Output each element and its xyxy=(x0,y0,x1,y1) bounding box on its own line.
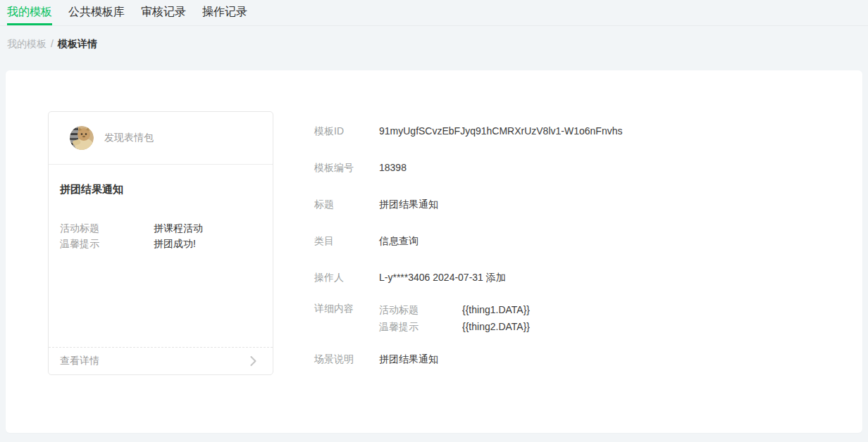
breadcrumb: 我的模板 / 模板详情 xyxy=(7,37,97,51)
breadcrumb-separator: / xyxy=(51,37,54,51)
preview-field-value: 拼团成功! xyxy=(154,236,196,251)
tab-public-template-library[interactable]: 公共模板库 xyxy=(68,0,125,25)
preview-message-title: 拼团结果通知 xyxy=(60,183,261,196)
detail-row-content: 详细内容 活动标题 {{thing1.DATA}} 温馨提示 {{thing2.… xyxy=(314,301,530,335)
detail-label: 标题 xyxy=(314,197,379,211)
detail-label: 场景说明 xyxy=(314,352,379,366)
detail-row-scene: 场景说明 拼团结果通知 xyxy=(314,352,438,366)
detail-content-items: 活动标题 {{thing1.DATA}} 温馨提示 {{thing2.DATA}… xyxy=(379,301,530,335)
detail-label: 模板ID xyxy=(314,124,379,138)
content-item-value: {{thing2.DATA}} xyxy=(462,318,530,335)
detail-row-template-number: 模板编号 18398 xyxy=(314,160,407,175)
account-name: 发现表情包 xyxy=(104,132,154,144)
tab-operation-records[interactable]: 操作记录 xyxy=(202,0,247,25)
detail-row-template-id: 模板ID 91myUgfSCvzEbFJyq91hCMRXrUzV8lv1-W1… xyxy=(314,124,622,138)
view-details-label: 查看详情 xyxy=(60,355,99,367)
detail-label: 操作人 xyxy=(314,270,379,284)
tab-review-records[interactable]: 审核记录 xyxy=(141,0,186,25)
breadcrumb-parent[interactable]: 我的模板 xyxy=(7,37,46,51)
cat-avatar-icon xyxy=(70,126,94,150)
preview-field-list: 活动标题 拼课程活动 温馨提示 拼团成功! xyxy=(60,220,261,251)
content-item-key: 活动标题 xyxy=(379,301,462,318)
breadcrumb-current: 模板详情 xyxy=(58,37,97,51)
top-tab-bar: 我的模板 公共模板库 审核记录 操作记录 xyxy=(0,0,868,26)
template-preview-card: 发现表情包 拼团结果通知 活动标题 拼课程活动 温馨提示 拼团成功! 查看详情 xyxy=(48,111,273,375)
preview-field-row: 温馨提示 拼团成功! xyxy=(60,236,261,251)
detail-value-category: 信息查询 xyxy=(379,234,418,248)
preview-card-header: 发现表情包 xyxy=(49,112,273,165)
detail-label: 详细内容 xyxy=(314,301,379,335)
content-item-value: {{thing1.DATA}} xyxy=(462,301,530,318)
view-details-link[interactable]: 查看详情 xyxy=(49,347,273,374)
template-detail-panel: 发现表情包 拼团结果通知 活动标题 拼课程活动 温馨提示 拼团成功! 查看详情 xyxy=(6,70,862,433)
preview-field-label: 活动标题 xyxy=(60,220,154,236)
preview-card-body: 拼团结果通知 活动标题 拼课程活动 温馨提示 拼团成功! xyxy=(49,165,273,347)
detail-row-title: 标题 拼团结果通知 xyxy=(314,197,438,211)
tab-my-templates[interactable]: 我的模板 xyxy=(7,0,52,25)
detail-value-operator: L-y****3406 2024-07-31 添加 xyxy=(379,270,506,284)
detail-label: 模板编号 xyxy=(314,160,379,175)
detail-value-scene: 拼团结果通知 xyxy=(379,352,438,366)
preview-field-value: 拼课程活动 xyxy=(154,220,203,236)
preview-field-label: 温馨提示 xyxy=(60,236,154,251)
template-detail-page: 我的模板 公共模板库 审核记录 操作记录 我的模板 / 模板详情 xyxy=(0,0,868,442)
content-item-key: 温馨提示 xyxy=(379,318,462,335)
chevron-right-icon xyxy=(250,356,256,366)
preview-field-row: 活动标题 拼课程活动 xyxy=(60,220,261,236)
content-item: 温馨提示 {{thing2.DATA}} xyxy=(379,318,530,335)
detail-row-operator: 操作人 L-y****3406 2024-07-31 添加 xyxy=(314,270,506,284)
detail-value-title: 拼团结果通知 xyxy=(379,197,438,211)
detail-value-template-id: 91myUgfSCvzEbFJyq91hCMRXrUzV8lv1-W1o6nFn… xyxy=(379,124,622,138)
account-avatar xyxy=(70,126,94,150)
detail-row-category: 类目 信息查询 xyxy=(314,234,418,248)
content-item: 活动标题 {{thing1.DATA}} xyxy=(379,301,530,318)
detail-label: 类目 xyxy=(314,234,379,248)
detail-value-template-number: 18398 xyxy=(379,160,407,175)
